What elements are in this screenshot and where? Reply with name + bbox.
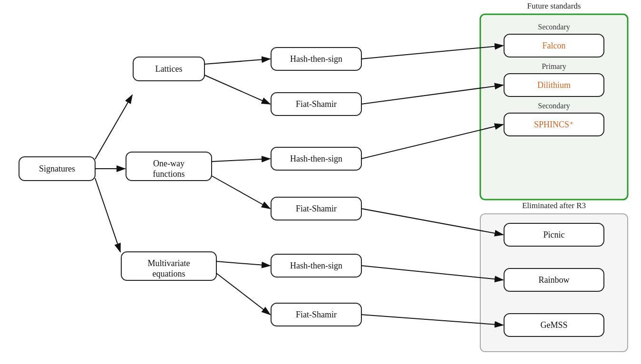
future-standards-title: Future standards	[527, 1, 581, 10]
rainbow-label: Rainbow	[539, 275, 570, 285]
lattices-fiat-label: Fiat-Shamir	[296, 99, 337, 109]
one-way-functions-label2: functions	[153, 169, 185, 179]
primary-label: Primary	[542, 62, 566, 71]
multivariate-label1: Multivariate	[148, 259, 190, 268]
signatures-label: Signatures	[39, 164, 75, 173]
multi-to-hash-arrow	[216, 261, 270, 266]
multi-to-fiat-arrow	[216, 273, 270, 315]
dilithium-label: Dilithium	[537, 80, 571, 90]
multivariate-label2: equations	[153, 269, 185, 278]
oneway-to-fiat-arrow	[212, 176, 270, 209]
picnic-label: Picnic	[544, 230, 565, 239]
lattices-to-fiat-arrow	[204, 75, 270, 104]
sphincs-label: SPHINCS⁺	[534, 120, 574, 129]
oneway-to-hash-arrow	[212, 159, 270, 162]
lattices-hash-label: Hash-then-sign	[290, 54, 342, 64]
sig-to-multi-arrow	[95, 178, 120, 252]
multi-hash-label: Hash-then-sign	[290, 261, 342, 270]
multi-fiat-label: Fiat-Shamir	[296, 310, 337, 319]
falcon-label: Falcon	[543, 41, 566, 50]
one-way-functions-label1: One-way	[153, 159, 185, 168]
oneway-fiat-label: Fiat-Shamir	[296, 204, 337, 213]
eliminated-title: Eliminated after R3	[522, 201, 586, 210]
gemss-label: GeMSS	[540, 320, 567, 330]
sig-to-lattices-arrow	[95, 95, 132, 159]
lattices-to-hash-arrow	[204, 59, 270, 64]
secondary-label-1: Secondary	[538, 23, 570, 31]
oneway-hash-label: Hash-then-sign	[290, 154, 342, 163]
secondary-label-2: Secondary	[538, 102, 570, 110]
lattices-label: Lattices	[155, 64, 183, 74]
